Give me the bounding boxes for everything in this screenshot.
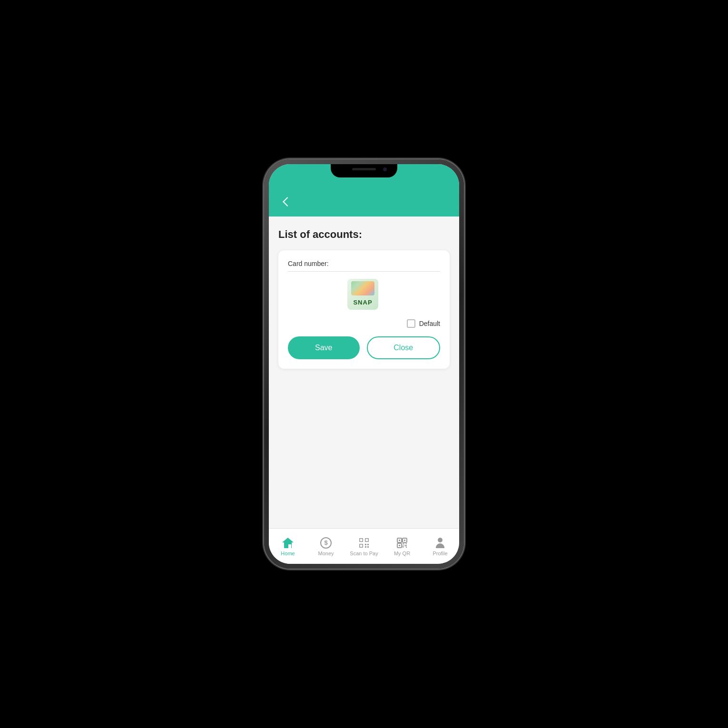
svg-rect-8 (365, 546, 366, 548)
home-body (284, 542, 292, 548)
phone-frame: List of accounts: Card number: SNAP (264, 159, 464, 569)
my-qr-icon (396, 537, 408, 549)
svg-rect-7 (367, 544, 369, 545)
card-number-label: Card number: (288, 260, 329, 267)
front-camera (383, 167, 387, 171)
snap-text: SNAP (353, 299, 372, 306)
page-title: List of accounts: (278, 228, 450, 241)
app-content: List of accounts: Card number: SNAP (269, 216, 459, 528)
card-number-input[interactable] (334, 260, 440, 267)
svg-rect-9 (367, 546, 369, 548)
profile-silhouette-icon (436, 538, 444, 548)
default-checkbox[interactable] (407, 319, 415, 328)
save-button[interactable]: Save (288, 336, 360, 359)
nav-label-scan: Scan to Pay (350, 551, 378, 556)
profile-head (438, 538, 443, 542)
nav-label-myqr: My QR (394, 551, 410, 556)
money-circle-icon: $ (320, 537, 332, 549)
svg-rect-17 (405, 543, 407, 544)
nav-item-home[interactable]: Home (274, 537, 302, 556)
nav-label-home: Home (281, 551, 295, 556)
svg-rect-3 (366, 539, 368, 541)
default-row: Default (288, 319, 440, 328)
phone-screen: List of accounts: Card number: SNAP (269, 164, 459, 564)
speaker (352, 168, 376, 170)
svg-rect-19 (404, 545, 407, 546)
phone-wrapper: List of accounts: Card number: SNAP (264, 159, 464, 569)
default-label: Default (419, 320, 440, 327)
home-icon (282, 537, 294, 549)
myqr-icon (396, 537, 408, 549)
svg-rect-13 (399, 540, 400, 541)
nav-item-money[interactable]: $ Money (312, 537, 340, 556)
snap-logo: SNAP (347, 279, 381, 312)
nav-item-myqr[interactable]: My QR (388, 537, 416, 556)
bottom-nav: Home $ Money (269, 528, 459, 564)
nav-item-scan[interactable]: Scan to Pay (350, 537, 378, 556)
nav-label-money: Money (318, 551, 334, 556)
money-icon: $ (320, 537, 332, 549)
svg-rect-15 (399, 545, 400, 546)
svg-rect-14 (404, 540, 405, 541)
back-chevron-icon (283, 197, 292, 207)
svg-rect-6 (365, 544, 366, 545)
svg-rect-20 (406, 547, 407, 548)
snap-logo-inner: SNAP (347, 279, 378, 310)
scan-qr-icon (358, 537, 370, 549)
nav-item-profile[interactable]: Profile (426, 537, 454, 556)
profile-icon (434, 537, 446, 549)
profile-body (436, 543, 444, 548)
svg-rect-1 (360, 539, 363, 541)
notch (331, 164, 397, 177)
svg-rect-16 (403, 543, 404, 544)
scan-icon (358, 537, 370, 549)
back-button[interactable] (278, 194, 294, 209)
close-button[interactable]: Close (367, 336, 441, 359)
account-card: Card number: SNAP (278, 250, 450, 369)
card-number-row: Card number: (288, 260, 440, 272)
nav-label-profile: Profile (433, 551, 447, 556)
svg-rect-18 (403, 545, 403, 548)
action-buttons: Save Close (288, 336, 440, 359)
snap-logo-container: SNAP (288, 279, 440, 312)
svg-rect-5 (360, 544, 363, 547)
home-door (288, 544, 291, 548)
home-icon-shape (282, 538, 294, 548)
app-container: List of accounts: Card number: SNAP (269, 164, 459, 564)
